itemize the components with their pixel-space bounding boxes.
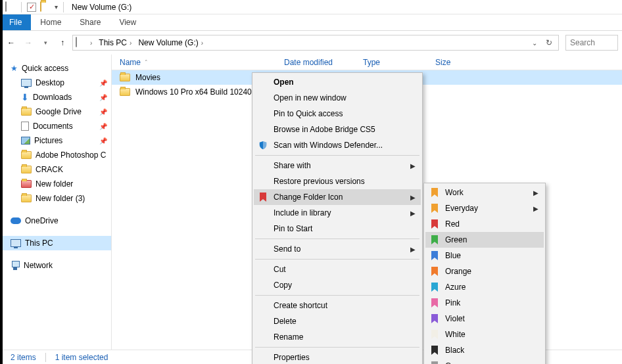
pin-icon: 📌 <box>99 108 107 116</box>
ctx-create-shortcut[interactable]: Create shortcut <box>254 298 421 313</box>
crumb-root[interactable]: › <box>87 35 95 50</box>
folder-icon <box>21 108 32 116</box>
ctx-restore-versions[interactable]: Restore previous versions <box>254 173 421 189</box>
ctx-open[interactable]: Open <box>254 74 421 90</box>
search-input[interactable]: Search <box>565 35 618 51</box>
window-left-edge <box>0 0 3 364</box>
tab-file[interactable]: File <box>0 14 31 30</box>
back-button[interactable]: ← <box>4 35 18 50</box>
col-date[interactable]: Date modified <box>284 58 363 67</box>
ctx-pin-start[interactable]: Pin to Start <box>254 221 421 237</box>
tree-quick-access-label: Quick access <box>22 64 68 73</box>
ctx-send-label: Send to <box>274 244 300 254</box>
ctx-open-new-window[interactable]: Open in new window <box>254 90 421 106</box>
tree-item[interactable]: Pictures📌 <box>0 133 111 148</box>
folder-icon <box>21 166 32 173</box>
qat-separator-2 <box>63 2 64 12</box>
tree-quick-access[interactable]: ★ Quick access <box>0 61 111 76</box>
color-option[interactable]: Violet <box>425 311 544 327</box>
tree-item-label: Google Drive <box>36 107 82 116</box>
color-option[interactable]: Azure <box>425 279 544 295</box>
color-swatch-icon <box>429 250 440 261</box>
ctx-delete[interactable]: Delete <box>254 313 421 329</box>
tree-item-label: New folder (3) <box>36 194 85 203</box>
color-label: Green <box>445 235 467 244</box>
tree-item[interactable]: New folder (3) <box>0 191 111 206</box>
forward-button[interactable]: → <box>21 35 36 50</box>
qat-properties-icon[interactable]: ✓ <box>27 3 36 12</box>
tree-item[interactable]: Documents📌 <box>0 119 111 133</box>
col-name-label: Name <box>120 58 141 67</box>
crumb-current[interactable]: New Volume (G:)› <box>135 35 206 50</box>
color-label: Azure <box>445 283 466 292</box>
tree-item[interactable]: Adobe Photoshop C <box>0 148 111 162</box>
ctx-scan-defender[interactable]: Scan with Windows Defender... <box>254 137 421 153</box>
ctx-copy[interactable]: Copy <box>254 277 421 293</box>
color-swatch-icon <box>429 282 440 292</box>
color-option[interactable]: Pink <box>425 295 544 311</box>
downloads-icon: ⬇ <box>21 92 29 102</box>
tab-share[interactable]: Share <box>70 14 110 30</box>
nav-tree: ★ Quick access Desktop📌⬇Downloads📌Google… <box>0 55 112 350</box>
tree-network[interactable]: Network <box>0 258 111 273</box>
nav-bar: ← → ▾ ↑ › This PC› New Volume (G:)› ⌄ ↻ … <box>0 31 622 55</box>
status-selection: 1 item selected <box>55 353 108 362</box>
color-submenu: Work▶Everyday▶RedGreenBlueOrangeAzurePin… <box>423 183 546 364</box>
defender-icon <box>258 140 268 150</box>
drive-icon-addr <box>76 37 86 48</box>
ctx-scan-defender-label: Scan with Windows Defender... <box>274 141 383 150</box>
tree-item[interactable]: Desktop📌 <box>0 76 111 90</box>
folder-icon <box>21 180 32 188</box>
color-option[interactable]: Blue <box>425 248 544 263</box>
tree-item[interactable]: CRACK <box>0 162 111 177</box>
tab-view[interactable]: View <box>110 14 145 30</box>
ctx-pin-quick-access[interactable]: Pin to Quick access <box>254 106 421 122</box>
qat-customize-icon[interactable]: ▾ <box>55 3 58 11</box>
tree-onedrive-label: OneDrive <box>25 216 59 225</box>
color-option[interactable]: Gray <box>425 358 544 364</box>
qat-newfolder-icon[interactable] <box>40 2 51 12</box>
color-option[interactable]: Red <box>425 216 544 232</box>
color-label: Work <box>445 188 464 197</box>
documents-icon <box>21 122 29 131</box>
tree-item[interactable]: Google Drive📌 <box>0 104 111 119</box>
color-option[interactable]: Work▶ <box>425 185 544 200</box>
col-name[interactable]: Name˄ <box>120 58 284 67</box>
color-swatch-icon <box>429 203 440 214</box>
tree-onedrive[interactable]: OneDrive <box>0 214 111 228</box>
crumb-thispc[interactable]: This PC› <box>96 35 134 50</box>
color-swatch-icon <box>429 219 440 229</box>
color-swatch-icon <box>429 266 440 277</box>
ctx-cut[interactable]: Cut <box>254 262 421 277</box>
color-label: Everyday <box>445 204 478 213</box>
address-bar[interactable]: › This PC› New Volume (G:)› ⌄ ↻ <box>72 35 559 51</box>
crumb-thispc-label: This PC <box>99 38 127 47</box>
color-label: White <box>445 330 466 339</box>
ctx-rename[interactable]: Rename <box>254 329 421 345</box>
ctx-send-to[interactable]: Send to▶ <box>254 241 421 257</box>
context-menu: Open Open in new window Pin to Quick acc… <box>252 72 423 364</box>
tree-this-pc[interactable]: This PC <box>0 236 111 250</box>
color-option[interactable]: Green <box>425 232 544 248</box>
col-type[interactable]: Type <box>363 58 435 67</box>
ctx-share-with[interactable]: Share with▶ <box>254 158 421 173</box>
up-button[interactable]: ↑ <box>55 35 70 50</box>
ctx-include-label: Include in library <box>274 208 331 217</box>
tree-item[interactable]: New folder <box>0 177 111 191</box>
color-option[interactable]: Everyday▶ <box>425 200 544 216</box>
col-size[interactable]: Size <box>435 58 488 67</box>
ctx-properties[interactable]: Properties <box>254 350 421 364</box>
ctx-change-folder-icon[interactable]: .bookmark::before{background:var(--c,#88… <box>254 189 421 205</box>
ctx-browse-bridge[interactable]: Browse in Adobe Bridge CS5 <box>254 122 421 137</box>
tab-home[interactable]: Home <box>31 14 70 30</box>
ctx-include-library[interactable]: Include in library▶ <box>254 205 421 221</box>
color-option[interactable]: Orange <box>425 263 544 279</box>
color-option[interactable]: White <box>425 327 544 342</box>
history-dropdown-icon[interactable]: ⌄ <box>528 36 541 49</box>
color-label: Red <box>445 219 460 229</box>
tree-item-label: Adobe Photoshop C <box>36 150 106 160</box>
tree-item[interactable]: ⬇Downloads📌 <box>0 90 111 104</box>
color-option[interactable]: Black <box>425 342 544 358</box>
refresh-icon[interactable]: ↻ <box>542 36 556 49</box>
recent-dropdown[interactable]: ▾ <box>38 35 53 50</box>
